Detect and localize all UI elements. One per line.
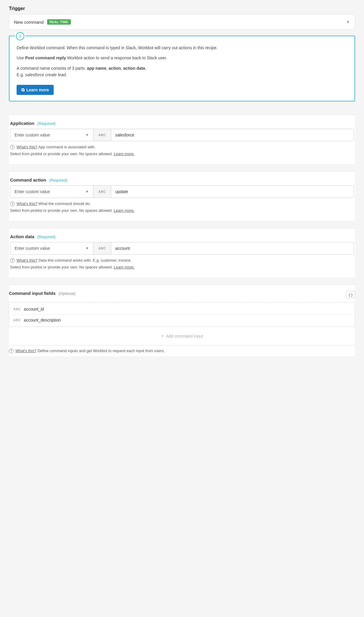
application-field-row: Enter custom value ▼ ABC salesforce xyxy=(10,129,354,141)
code-icon-button[interactable]: { } xyxy=(346,291,355,298)
action-data-chevron-icon: ▼ xyxy=(85,246,89,250)
command-input-bottom-help: ? What's this? Define command inputs and… xyxy=(9,345,355,353)
external-link-icon: ⧉ xyxy=(21,87,25,93)
action-data-help-2: Select from picklist or provide your own… xyxy=(10,264,354,270)
info-icon: i xyxy=(16,32,24,40)
application-select-chevron-icon: ▼ xyxy=(85,133,89,137)
section-separator-4 xyxy=(9,279,355,284)
action-data-required: (Required) xyxy=(37,235,55,239)
command-action-help: ? What's this? What the command should d… xyxy=(10,201,354,207)
abc-badge-2: ABC xyxy=(13,318,21,322)
command-input-optional: (Optional) xyxy=(59,291,76,296)
field-name-account-description: account_description xyxy=(24,318,61,322)
command-action-what-link[interactable]: What's this? xyxy=(17,201,37,206)
command-action-select[interactable]: Enter custom value ▼ xyxy=(10,186,93,198)
command-action-field-row: Enter custom value ▼ ABC update xyxy=(10,185,354,198)
command-input-dashed-box: ABC account_id ABC account_description xyxy=(9,302,355,327)
application-section: Application (Required) Enter custom valu… xyxy=(9,115,355,164)
command-action-type-badge: ABC xyxy=(93,186,111,198)
application-what-link[interactable]: What's this? xyxy=(17,145,37,149)
info-paragraph-1: Define Workbot command. When this comman… xyxy=(17,44,347,51)
section-separator-1 xyxy=(9,109,355,115)
info-paragraph-3: A command name consists of 3 parts: app … xyxy=(17,65,347,78)
info-box: i Define Workbot command. When this comm… xyxy=(9,36,355,101)
field-name-account-id: account_id xyxy=(24,307,44,311)
application-help-2: Select from picklist or provide your own… xyxy=(10,151,354,157)
command-action-value[interactable]: update xyxy=(111,186,354,198)
application-label: Application (Required) xyxy=(10,121,354,126)
list-item: ABC account_description xyxy=(9,315,355,325)
command-action-section: Command action (Required) Enter custom v… xyxy=(9,171,355,221)
chevron-down-icon: ▼ xyxy=(346,20,350,24)
add-input-label: Add command input xyxy=(166,334,203,338)
info-text: Define Workbot command. When this comman… xyxy=(17,44,347,95)
plus-icon: + xyxy=(161,333,164,338)
command-action-help-2: Select from picklist or provide your own… xyxy=(10,208,354,214)
trigger-title: Trigger xyxy=(9,6,355,11)
application-learn-link[interactable]: Learn more. xyxy=(114,152,135,156)
add-command-input-button[interactable]: + Add command input xyxy=(9,330,355,342)
real-time-badge: REAL TIME xyxy=(47,19,71,25)
command-input-header: Command input fields (Optional) { } xyxy=(9,291,355,299)
trigger-command-label: New command xyxy=(14,20,44,25)
action-data-what-link[interactable]: What's this? xyxy=(17,258,37,263)
action-data-learn-link[interactable]: Learn more. xyxy=(114,265,135,269)
application-required: (Required) xyxy=(37,121,55,126)
command-action-chevron-icon: ▼ xyxy=(85,190,89,194)
command-input-label: Command input fields (Optional) xyxy=(9,291,76,296)
action-data-label: Action data (Required) xyxy=(10,234,354,239)
command-input-section: Command input fields (Optional) { } ABC … xyxy=(9,284,355,356)
help-icon-application: ? xyxy=(10,145,15,150)
application-type-badge: ABC xyxy=(93,129,111,141)
action-data-type-badge: ABC xyxy=(93,242,111,254)
action-data-help: ? What's this? Data this command works w… xyxy=(10,257,354,263)
help-icon-command-input: ? xyxy=(9,349,14,353)
application-value[interactable]: salesforce xyxy=(111,129,354,141)
help-icon-action-data: ? xyxy=(10,258,15,263)
list-item: ABC account_id xyxy=(9,304,355,315)
command-action-required: (Required) xyxy=(49,178,67,182)
application-help: ? What's this? App command is associated… xyxy=(10,144,354,150)
info-paragraph-2: Use Post command reply Workbot action to… xyxy=(17,55,347,61)
action-data-section: Action data (Required) Enter custom valu… xyxy=(9,228,355,277)
action-data-value[interactable]: account xyxy=(111,242,354,254)
info-icon-wrapper: i xyxy=(15,32,25,40)
trigger-box[interactable]: New command REAL TIME ▼ xyxy=(9,14,355,30)
abc-badge-1: ABC xyxy=(13,307,21,311)
info-eg: E.g. salesforce create lead. xyxy=(17,72,67,77)
action-data-field-row: Enter custom value ▼ ABC account xyxy=(10,242,354,255)
command-action-learn-link[interactable]: Learn more. xyxy=(114,208,135,213)
section-separator-2 xyxy=(9,165,355,171)
help-icon-command-action: ? xyxy=(10,201,15,206)
command-action-label: Command action (Required) xyxy=(10,177,354,182)
application-select[interactable]: Enter custom value ▼ xyxy=(10,129,93,141)
action-data-select[interactable]: Enter custom value ▼ xyxy=(10,242,93,254)
command-input-what-link[interactable]: What's this? xyxy=(15,349,36,353)
trigger-left: New command REAL TIME xyxy=(14,19,71,25)
trigger-section: Trigger New command REAL TIME ▼ xyxy=(9,6,355,30)
section-separator-3 xyxy=(9,222,355,228)
learn-more-button[interactable]: ⧉ Learn more xyxy=(17,85,54,95)
